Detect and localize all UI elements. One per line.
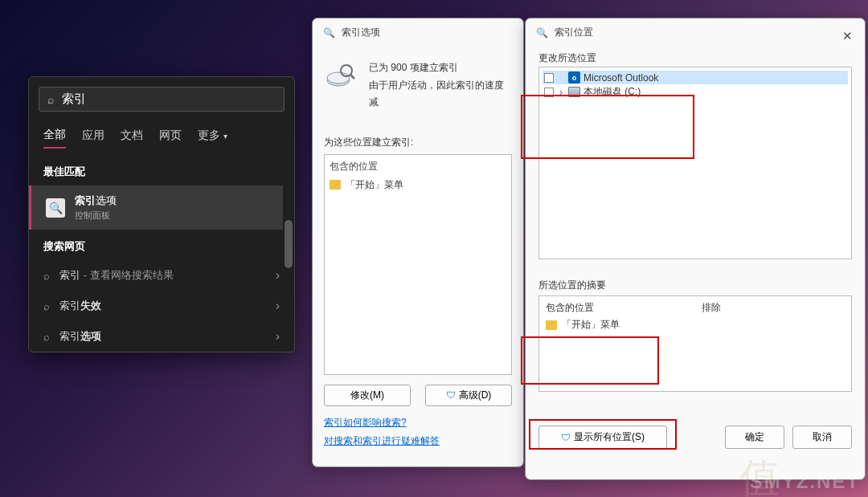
index-location-title-icon: 🔍 (535, 26, 548, 39)
watermark-text: SMYZ.NET (750, 471, 860, 493)
tree-item-disk-c[interactable]: › 本地磁盘 (C:) (542, 84, 848, 100)
scrollbar-thumb[interactable] (285, 220, 293, 268)
disk-icon (568, 87, 580, 97)
search-icon: ⌕ (43, 270, 50, 282)
tab-all[interactable]: 全部 (43, 128, 66, 149)
tab-documents[interactable]: 文档 (121, 128, 143, 148)
tree-item-outlook[interactable]: o Microsoft Outlook (542, 71, 848, 84)
search-tabs: 全部 应用 文档 网页 更多▾ (29, 115, 294, 155)
index-options-title-icon: 🔍 (322, 26, 335, 39)
summary-label: 所选位置的摘要 (538, 279, 852, 292)
best-match-header: 最佳匹配 (29, 155, 294, 185)
web-result-3[interactable]: ⌕索引选项 › (29, 321, 294, 352)
index-location-dialog: 🔍 索引位置 ✕ 更改所选位置 o Microsoft Outlook › 本地… (525, 18, 866, 480)
best-match-subtitle: 控制面板 (75, 210, 117, 222)
ok-button[interactable]: 确定 (725, 426, 784, 449)
search-input[interactable] (62, 92, 276, 106)
index-options-icon: 🔍 (46, 198, 65, 218)
web-result-2[interactable]: ⌕索引失效 › (29, 291, 294, 321)
chevron-right-icon: › (276, 268, 280, 283)
tab-more[interactable]: 更多▾ (198, 128, 227, 148)
change-locations-label: 更改所选位置 (538, 51, 852, 65)
web-search-header: 搜索网页 (29, 230, 294, 260)
chevron-right-icon: › (276, 329, 280, 344)
column-header-included: 包含的位置 (546, 301, 689, 315)
search-icon: ⌕ (43, 331, 50, 343)
checkbox[interactable] (544, 88, 554, 97)
search-input-container[interactable]: ⌕ (39, 87, 285, 112)
list-item[interactable]: 「开始」菜单 (546, 318, 689, 332)
help-link-troubleshoot[interactable]: 对搜索和索引进行疑难解答 (324, 434, 512, 448)
svg-point-1 (327, 72, 350, 84)
drive-search-icon (324, 59, 356, 92)
dialog-title: 索引选项 (342, 26, 380, 39)
checkbox[interactable] (544, 73, 554, 83)
location-tree[interactable]: o Microsoft Outlook › 本地磁盘 (C:) (538, 67, 852, 259)
search-icon: ⌕ (43, 300, 50, 312)
chevron-down-icon: ▾ (223, 132, 227, 141)
best-match-result[interactable]: 🔍 索引选项 控制面板 (29, 185, 283, 230)
help-link-search[interactable]: 索引如何影响搜索? (324, 416, 512, 430)
svg-line-3 (350, 75, 354, 79)
advanced-button[interactable]: 🛡 高级(D) (425, 385, 512, 406)
index-locations-list[interactable]: 包含的位置 「开始」菜单 (324, 154, 512, 375)
modify-button[interactable]: 修改(M) (324, 385, 411, 406)
show-all-locations-button[interactable]: 🛡 显示所有位置(S) (538, 426, 667, 449)
column-header-included: 包含的位置 (330, 160, 506, 173)
dialog-titlebar[interactable]: 🔍 索引位置 (526, 18, 865, 47)
chevron-right-icon: › (276, 299, 280, 313)
cancel-button[interactable]: 取消 (792, 426, 852, 449)
list-item[interactable]: 「开始」菜单 (330, 177, 506, 194)
web-result-1[interactable]: ⌕索引 - 查看网络搜索结果 › (29, 260, 294, 291)
best-match-title: 索引选项 (75, 194, 117, 208)
column-header-exclude: 排除 (702, 301, 845, 315)
tab-apps[interactable]: 应用 (82, 128, 104, 148)
summary-list: 包含的位置 「开始」菜单 排除 (538, 295, 852, 392)
tab-web[interactable]: 网页 (159, 128, 182, 148)
close-button[interactable]: ✕ (837, 26, 857, 46)
expand-icon[interactable]: › (557, 87, 565, 98)
shield-icon: 🛡 (561, 432, 571, 443)
windows-search-panel: ⌕ 全部 应用 文档 网页 更多▾ 最佳匹配 🔍 索引选项 控制面板 搜索网页 … (28, 76, 295, 352)
search-icon: ⌕ (47, 93, 54, 106)
index-speed-text: 由于用户活动，因此索引的速度减 (369, 77, 512, 112)
folder-icon (330, 180, 341, 189)
dialog-titlebar[interactable]: 🔍 索引选项 (313, 18, 523, 47)
dialog-title: 索引位置 (555, 26, 593, 39)
index-count-text: 已为 900 项建立索引 (369, 59, 512, 77)
index-locations-label: 为这些位置建立索引: (324, 136, 512, 149)
index-options-dialog: 🔍 索引选项 已为 900 项建立索引 由于用户活动，因此索引的速度减 为这些位… (312, 18, 524, 467)
outlook-icon: o (568, 71, 580, 84)
folder-icon (546, 320, 557, 330)
shield-icon: 🛡 (446, 389, 456, 401)
